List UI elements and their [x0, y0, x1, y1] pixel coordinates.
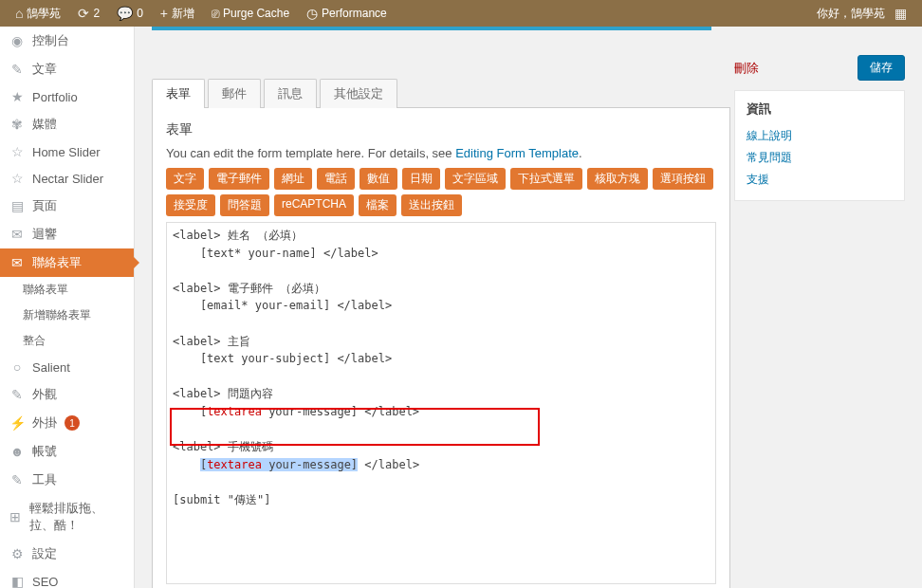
menu-posts[interactable]: ✎文章 [0, 55, 134, 83]
menu-settings[interactable]: ⚙設定 [0, 540, 134, 568]
tag-textarea[interactable]: 文字區域 [445, 168, 506, 190]
slider-icon: ⚙ [9, 546, 25, 561]
home-icon: ⌂ [15, 0, 23, 27]
menu-portfolio[interactable]: ★Portfolio [0, 83, 134, 110]
menu-comments[interactable]: ✉迴響 [0, 220, 134, 248]
menu-plugins[interactable]: ⚡外掛 1 [0, 409, 134, 437]
circle-icon: ○ [9, 359, 25, 375]
menu-salient[interactable]: ○Salient [0, 354, 134, 380]
menu-media[interactable]: ✾媒體 [0, 110, 134, 138]
doc-link[interactable]: Editing Form Template [455, 146, 579, 160]
tag-number[interactable]: 數值 [360, 168, 397, 190]
tag-date[interactable]: 日期 [402, 168, 440, 190]
info-doc-link[interactable]: 線上說明 [747, 125, 893, 147]
info-support-link[interactable]: 支援 [747, 169, 893, 191]
tag-acceptance[interactable]: 接受度 [166, 194, 215, 216]
admin-bar: ⌂鵠學苑 ⟳2 💬0 +新增 ⎚Purge Cache ◷Performance… [0, 0, 922, 27]
admin-sidebar: ◉控制台 ✎文章 ★Portfolio ✾媒體 ☆Home Slider ☆Ne… [0, 27, 135, 588]
comment-icon: 💬 [117, 0, 133, 27]
ab-purge[interactable]: ⎚Purge Cache [204, 0, 297, 27]
mail-icon: ✉ [9, 255, 25, 270]
seo-icon: ◧ [9, 574, 25, 588]
user-icon: ☻ [9, 444, 25, 459]
page-icon: ▤ [9, 198, 25, 213]
menu-seo[interactable]: ◧SEO [0, 568, 134, 588]
tag-checkbox[interactable]: 核取方塊 [587, 168, 648, 190]
star-icon: ☆ [9, 171, 25, 186]
progress-strip [152, 27, 711, 30]
star-icon: ☆ [9, 144, 25, 159]
ab-new[interactable]: +新增 [153, 0, 202, 27]
menu-dnd[interactable]: ⊞輕鬆排版拖、拉、酷！ [0, 494, 134, 540]
submenu-contact-add[interactable]: 新增聯絡表單 [0, 303, 134, 328]
delete-link[interactable]: 刪除 [734, 60, 759, 77]
tab-messages[interactable]: 訊息 [264, 79, 317, 108]
tag-submit[interactable]: 送出按鈕 [401, 194, 462, 216]
submenu-contact-integration[interactable]: 整合 [0, 328, 134, 354]
wrench-icon: ✎ [9, 472, 25, 487]
tag-file[interactable]: 檔案 [359, 194, 396, 216]
plug-icon: ⚡ [9, 415, 25, 431]
media-icon: ✾ [9, 117, 25, 132]
tag-radio[interactable]: 選項按鈕 [653, 168, 713, 190]
tag-tel[interactable]: 電話 [317, 168, 355, 190]
tag-quiz[interactable]: 問答題 [220, 194, 269, 216]
menu-users[interactable]: ☻帳號 [0, 437, 134, 466]
refresh-icon: ⟳ [78, 0, 89, 27]
panel-heading: 表單 [166, 121, 716, 138]
info-title: 資訊 [747, 101, 893, 118]
menu-contact[interactable]: ✉聯絡表單 [0, 248, 134, 277]
tag-url[interactable]: 網址 [274, 168, 312, 190]
menu-appearance[interactable]: ✎外觀 [0, 380, 134, 409]
tag-text[interactable]: 文字 [166, 168, 204, 190]
plugin-count-badge: 1 [65, 415, 80, 431]
avatar-icon: ▦ [894, 0, 907, 27]
save-button[interactable]: 儲存 [857, 55, 905, 81]
menu-tools[interactable]: ✎工具 [0, 466, 134, 494]
ab-site[interactable]: ⌂鵠學苑 [8, 0, 68, 27]
menu-home-slider[interactable]: ☆Home Slider [0, 138, 134, 165]
tab-form[interactable]: 表單 [152, 79, 205, 108]
ab-account[interactable]: 你好，鵠學苑▦ [809, 0, 914, 27]
tag-email[interactable]: 電子郵件 [209, 168, 269, 190]
ab-comments[interactable]: 💬0 [109, 0, 151, 27]
tab-additional[interactable]: 其他設定 [320, 79, 397, 108]
tab-mail[interactable]: 郵件 [208, 79, 261, 108]
form-template-textarea[interactable]: <label> 姓名 （必填） [text* your-name] </labe… [166, 222, 716, 584]
menu-pages[interactable]: ▤頁面 [0, 192, 134, 220]
panel-description: You can edit the form template here. For… [166, 146, 716, 160]
menu-dashboard[interactable]: ◉控制台 [0, 27, 134, 55]
ab-updates[interactable]: ⟳2 [70, 0, 107, 27]
tag-row: 文字 電子郵件 網址 電話 數值 日期 文字區域 下拉式選單 核取方塊 選項按鈕… [166, 168, 716, 216]
dashboard-icon: ◉ [9, 33, 25, 48]
pin-icon: ✎ [9, 62, 25, 77]
brush-icon: ✎ [9, 387, 25, 402]
tab-bar: 表單 郵件 訊息 其他設定 [152, 79, 730, 108]
db-icon: ⎚ [212, 0, 219, 27]
star-icon: ★ [9, 89, 25, 104]
tag-dropdown[interactable]: 下拉式選單 [510, 168, 582, 190]
tag-recaptcha[interactable]: reCAPTCHA [274, 194, 354, 216]
info-faq-link[interactable]: 常見問題 [747, 147, 893, 169]
submenu-contact-list[interactable]: 聯絡表單 [0, 277, 134, 303]
info-box: 資訊 線上說明 常見問題 支援 [734, 90, 905, 201]
comment-icon: ✉ [9, 227, 25, 242]
menu-nectar-slider[interactable]: ☆Nectar Slider [0, 165, 134, 192]
gauge-icon: ◷ [306, 0, 318, 27]
plus-icon: + [160, 0, 168, 27]
star-icon: ⊞ [9, 509, 22, 524]
ab-perf[interactable]: ◷Performance [299, 0, 395, 27]
